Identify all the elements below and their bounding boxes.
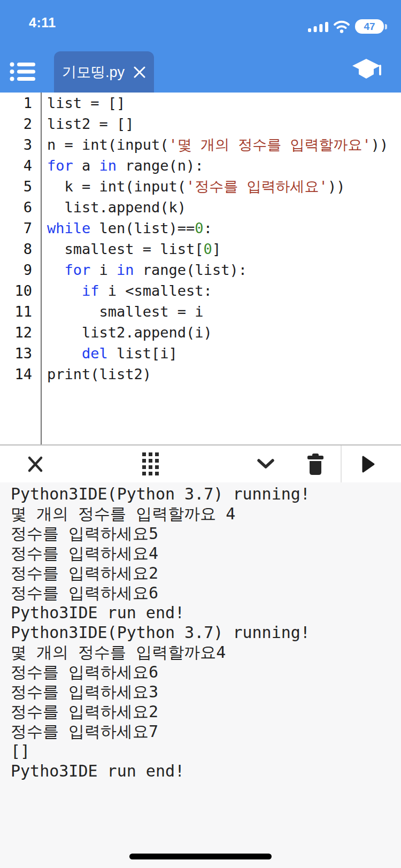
tab-file[interactable]: 기모띵.py [54,51,154,93]
code-rows: 1list = []2list2 = []3n = int(input('몇 개… [0,93,401,385]
code-text: k = int(input('정수를 입력하세요')) [32,176,345,197]
battery-icon: 47 [355,19,384,34]
line-number: 3 [0,134,32,155]
line-number: 11 [0,301,32,322]
console-line: 정수를 입력하세요7 [11,721,396,741]
menu-button[interactable] [9,59,36,85]
console-line: 정수를 입력하세요2 [11,702,396,721]
console-toolbar [0,444,401,482]
line-number: 2 [0,113,32,134]
code-text: while len(list)==0: [32,218,212,239]
battery-nub [385,24,387,29]
code-text: n = int(input('몇 개의 정수를 입력할까요')) [32,134,388,155]
code-text: smallest = i [32,301,204,322]
line-number: 1 [0,93,32,113]
education-button[interactable] [351,56,382,87]
code-line[interactable]: 9 for i in range(list): [0,259,401,280]
close-console-button[interactable] [19,445,51,482]
line-number: 9 [0,259,32,280]
graduation-cap-icon [351,58,381,85]
code-line[interactable]: 13 del list[i] [0,343,401,364]
line-number: 7 [0,218,32,239]
battery-percent: 47 [364,21,375,33]
tab-title: 기모띵.py [62,63,125,82]
app-header: 4:11 47 [0,0,401,93]
code-editor[interactable]: 1list = []2list2 = []3n = int(input('몇 개… [0,93,401,444]
collapse-console-button[interactable] [250,445,282,482]
menu-list-icon [10,61,35,82]
code-text: if i <smallest: [32,280,212,301]
console-line: Python3IDE(Python 3.7) running! [11,623,396,642]
code-line[interactable]: 11 smallest = i [0,301,401,322]
code-text: for i in range(list): [32,259,247,280]
line-number: 5 [0,176,32,197]
console-line: 정수를 입력하세요5 [11,524,396,543]
console-line: 몇 개의 정수를 입력할까요 4 [11,504,396,524]
console-line: 정수를 입력하세요4 [11,543,396,563]
console-line: 정수를 입력하세요2 [11,563,396,583]
wifi-icon [333,20,350,33]
code-text: for a in range(n): [32,155,204,176]
code-line[interactable]: 1list = [] [0,93,401,113]
code-text: list = [] [32,93,125,113]
code-text: del list[i] [32,343,178,364]
console-line: Python3IDE(Python 3.7) running! [11,484,396,504]
code-line[interactable]: 5 k = int(input('정수를 입력하세요')) [0,176,401,197]
line-number: 14 [0,364,32,385]
console-line: 정수를 입력하세요6 [11,583,396,603]
code-line[interactable]: 14print(list2) [0,364,401,385]
console-line: Pytho3IDE run end! [11,761,396,781]
line-number: 8 [0,239,32,259]
code-line[interactable]: 12 list2.append(i) [0,322,401,343]
code-line[interactable]: 3n = int(input('몇 개의 정수를 입력할까요')) [0,134,401,155]
line-number: 12 [0,322,32,343]
trash-icon [306,454,325,475]
python3ide-app-screen: 4:11 47 [0,0,401,868]
console-line: 정수를 입력하세요6 [11,662,396,682]
clear-console-button[interactable] [299,445,331,482]
console-output[interactable]: Python3IDE(Python 3.7) running!몇 개의 정수를 … [0,482,401,868]
chevron-down-icon [257,459,275,470]
code-text: list.append(k) [32,197,186,218]
tab-close-icon[interactable] [133,66,146,79]
cellular-signal-icon [308,20,328,33]
line-number: 6 [0,197,32,218]
keyboard-toggle-button[interactable] [134,445,166,482]
code-line[interactable]: 10 if i <smallest: [0,280,401,301]
code-line[interactable]: 4for a in range(n): [0,155,401,176]
status-icons: 47 [308,19,384,34]
code-text: list2.append(i) [32,322,212,343]
line-number: 4 [0,155,32,176]
home-indicator[interactable] [129,854,272,859]
console-line: 정수를 입력하세요3 [11,682,396,702]
code-text: smallest = list[0] [32,239,221,259]
line-number: 13 [0,343,32,364]
console-line: [] [11,741,396,761]
close-icon [27,456,44,473]
code-line[interactable]: 2list2 = [] [0,113,401,134]
play-icon [361,455,375,473]
code-text: list2 = [] [32,113,134,134]
toolbar-divider [341,445,342,482]
line-number: 10 [0,280,32,301]
keypad-grid-icon [142,452,159,475]
code-text: print(list2) [32,364,151,385]
code-line[interactable]: 7while len(list)==0: [0,218,401,239]
code-line[interactable]: 8 smallest = list[0] [0,239,401,259]
code-line[interactable]: 6 list.append(k) [0,197,401,218]
console-line: 몇 개의 정수를 입력할까요4 [11,642,396,662]
status-time: 4:11 [29,15,56,30]
console-line: Pytho3IDE run end! [11,603,396,623]
run-button[interactable] [352,445,384,482]
